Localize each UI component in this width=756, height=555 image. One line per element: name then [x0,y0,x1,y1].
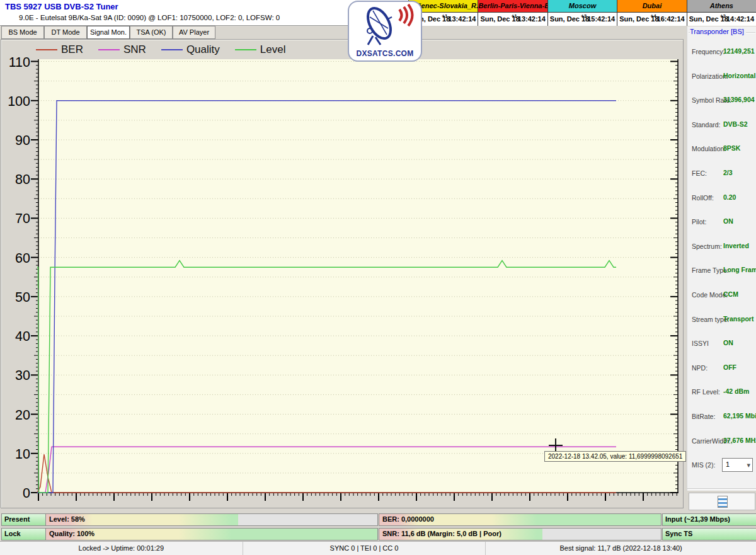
field-value: 37,676 MHz [723,437,756,444]
clock-time: 15:42:14 [587,15,615,23]
field-label: Spectrum: [692,243,722,250]
clock-datetime: Sun, Dec 18+416:42:14 [617,13,686,26]
field-frequency-: Frequency:12149,251 MHz [687,40,756,65]
mis-selected-value: 1 [726,461,730,468]
clock-dubai: DubaiSun, Dec 18+416:42:14 [617,0,687,26]
field-rf-level-: RF Level:-42 dBm [687,380,756,405]
legend-line-quality [161,49,183,50]
clock-city-label: Athens [687,0,756,13]
field-value: 31396,904 KS/s [723,96,756,103]
y-axis-label: 80 [15,172,30,187]
field-label: Pilot: [692,218,706,226]
field-value: Transport [723,315,753,323]
transport-list-button[interactable] [689,493,755,510]
signal-monitor-bars: Present Level: 58% BER: 0,0000000 Input … [0,512,756,541]
clock-datetime: Sun, Dec 18+113:42:14 [478,13,547,26]
quality-bar-label: Quality: 100% [49,530,94,537]
snr-bar-label: SNR: 11,6 dB (Margin: 5,0 dB | Poor) [382,530,501,537]
clock-time: 16:42:14 [657,15,685,23]
signal-chart-panel: BERSNRQualityLevel 010203040506070809010… [1,39,684,508]
status-lock-uptime: Locked -> Uptime: 00:01:29 [0,542,243,555]
mis-dropdown[interactable]: 1 ▾ [722,458,753,472]
y-axis-label: 100 [8,94,30,109]
legend-label: Quality [186,43,220,56]
y-axis-label: 0 [23,486,30,501]
field-symbol-rate-: Symbol Rate:31396,904 KS/s [687,89,756,113]
clock-city-label: Dubai [617,0,686,13]
legend-label: Level [260,43,286,56]
y-axis-label: 60 [15,251,30,266]
chart-legend: BERSNRQualityLevel [36,43,301,56]
tab-dt-mode[interactable]: DT Mode [44,26,87,39]
legend-label: SNR [123,43,146,56]
y-axis-label: 30 [15,368,30,383]
field-polarization-: Polarization:Horizontal [687,65,756,89]
y-axis-label: 20 [15,408,30,423]
field-value: Long Frame [723,266,756,273]
legend-line-level [235,49,256,50]
field-carrierwidth-: CarrierWidth:37,676 MHz [687,430,756,454]
legend-item-ber: BER [36,43,83,56]
ber-bar-label: BER: 0,0000000 [382,515,434,523]
clock-city-label: Berlin-Paris-Vienna-Belgrade [478,0,547,13]
field-value: Inverted [723,242,749,249]
tab-strip: BS ModeDT ModeSignal Mon.TSA (OK)AV Play… [0,26,353,40]
ber-bar: BER: 0,0000000 [379,513,662,526]
field-pilot-: Pilot:ON [687,210,756,235]
clock-datetime: Sun, Dec 18+315:42:14 [548,13,617,26]
field-label: Modulation: [692,145,726,152]
legend-item-level: Level [235,43,286,56]
field-label: FEC: [692,169,707,177]
tab-signal-mon-[interactable]: Signal Mon. [87,26,130,39]
field-value: 12149,251 MHz [723,47,756,55]
clock-berlin-paris-vienna-belgrade: Berlin-Paris-Vienna-BelgradeSun, Dec 18+… [478,0,547,26]
tab-tsa-ok-[interactable]: TSA (OK) [130,26,173,39]
transponder-groupbox-title: Transponder [BS] [690,28,746,35]
clock-utc-offset: +1 [512,13,517,19]
field-value: OFF [723,363,736,371]
clock-datetime: Sun, Dec 18+214:42:14 [687,13,756,26]
chart-value-tooltip: 2022-12-18 13.42.05, value: 11,699999809… [544,451,686,462]
level-bar-empty [238,514,377,525]
snr-bar-empty [542,529,661,540]
clock-moscow: MoscowSun, Dec 18+315:42:14 [548,0,617,26]
status-bar: Locked -> Uptime: 00:01:29 SYNC 0 | TEI … [0,541,756,555]
level-bar-label: Level: 58% [49,515,85,523]
field-npd-: NPD:OFF [687,357,756,381]
y-axis-label: 50 [15,290,30,305]
field-label: Frequency: [692,48,725,55]
field-value: ON [723,339,733,346]
tab-bs-mode[interactable]: BS Mode [1,26,44,39]
world-clocks: Lučenec-Slovakia_R.DávidSun, Dec 18+113:… [408,0,756,26]
quality-bar: Quality: 100% [45,528,378,541]
present-indicator: Present [1,513,47,526]
clock-city-label: Moscow [548,0,617,13]
clock-athens: AthensSun, Dec 18+214:42:14 [687,0,756,26]
field-code-mode-: Code Mode:CCM [687,283,756,308]
clock-utc-offset: +1 [442,13,447,19]
lock-indicator: Lock [1,528,47,541]
legend-label: BER [61,43,83,56]
field-label: Code Mode: [692,291,728,299]
y-axis-label: 110 [9,57,30,70]
field-value: DVB-S2 [723,120,748,128]
clock-utc-offset: +3 [581,13,587,19]
window-title: TBS 5927 USB DVB-S2 Tuner [5,2,118,11]
field-value: 8PSK [723,144,740,152]
signal-history-chart[interactable]: 0102030405060708090100110 [1,57,682,506]
y-axis-label: 10 [15,447,30,462]
legend-item-quality: Quality [161,43,220,56]
field-fec-: FEC:2/3 [687,162,756,186]
clock-utc-offset: +2 [720,13,726,19]
tbs-tuner-window: { "window": { "title": "TBS 5927 USB DVB… [0,0,756,555]
transponder-fields: Frequency:12149,251 MHzPolarization:Hori… [687,40,756,454]
legend-item-snr: SNR [98,43,146,56]
tab-av-player[interactable]: AV Player [173,26,215,39]
logo-text: DXSATCS.COM [349,49,421,58]
level-bar: Level: 58% [45,513,378,526]
transponder-sidebar: Transponder [BS] Frequency:12149,251 MHz… [687,26,756,491]
dxsatcs-logo: DXSATCS.COM [348,1,422,62]
y-axis-label: 40 [15,329,30,344]
field-value: ON [723,217,733,225]
chevron-down-icon: ▾ [747,459,750,471]
